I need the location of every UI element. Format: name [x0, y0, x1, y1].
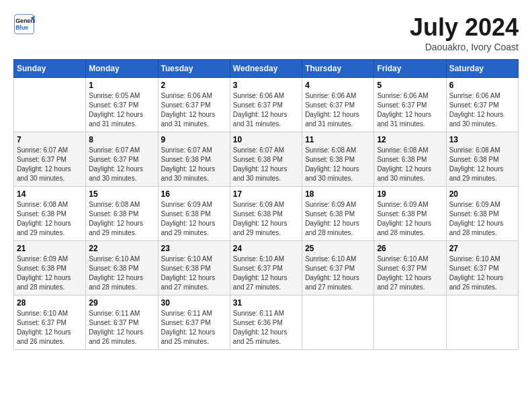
weekday-header-saturday: Saturday: [446, 60, 518, 78]
day-number: 15: [89, 189, 154, 199]
title-area: July 2024 Daouakro, Ivory Coast: [410, 13, 519, 52]
weekday-header-row: SundayMondayTuesdayWednesdayThursdayFrid…: [14, 60, 519, 78]
day-number: 6: [449, 81, 515, 90]
calendar-cell: 7Sunrise: 6:07 AMSunset: 6:37 PMDaylight…: [14, 132, 86, 187]
calendar-cell: 20Sunrise: 6:09 AMSunset: 6:38 PMDayligh…: [446, 187, 518, 241]
calendar-cell: 24Sunrise: 6:10 AMSunset: 6:37 PMDayligh…: [230, 241, 302, 295]
day-info: Sunrise: 6:07 AMSunset: 6:37 PMDaylight:…: [89, 146, 154, 183]
calendar-week-5: 28Sunrise: 6:10 AMSunset: 6:37 PMDayligh…: [14, 295, 519, 350]
day-info: Sunrise: 6:06 AMSunset: 6:37 PMDaylight:…: [233, 91, 299, 129]
weekday-header-sunday: Sunday: [14, 60, 86, 78]
calendar-cell: 26Sunrise: 6:10 AMSunset: 6:37 PMDayligh…: [374, 241, 446, 295]
weekday-header-friday: Friday: [374, 60, 446, 78]
day-number: 9: [161, 135, 227, 144]
day-info: Sunrise: 6:10 AMSunset: 6:37 PMDaylight:…: [305, 255, 371, 292]
svg-text:Blue: Blue: [15, 24, 28, 31]
calendar-cell: 11Sunrise: 6:08 AMSunset: 6:38 PMDayligh…: [302, 132, 374, 187]
calendar-cell: 23Sunrise: 6:10 AMSunset: 6:38 PMDayligh…: [158, 241, 230, 295]
day-info: Sunrise: 6:09 AMSunset: 6:38 PMDaylight:…: [449, 200, 515, 238]
day-info: Sunrise: 6:07 AMSunset: 6:38 PMDaylight:…: [233, 146, 299, 183]
calendar-cell: 27Sunrise: 6:10 AMSunset: 6:37 PMDayligh…: [446, 241, 518, 295]
day-info: Sunrise: 6:10 AMSunset: 6:38 PMDaylight:…: [161, 255, 227, 292]
day-info: Sunrise: 6:09 AMSunset: 6:38 PMDaylight:…: [377, 200, 443, 238]
day-info: Sunrise: 6:08 AMSunset: 6:38 PMDaylight:…: [377, 146, 443, 183]
day-info: Sunrise: 6:10 AMSunset: 6:37 PMDaylight:…: [449, 255, 515, 292]
weekday-header-thursday: Thursday: [302, 60, 374, 78]
calendar-cell: 13Sunrise: 6:08 AMSunset: 6:38 PMDayligh…: [446, 132, 518, 187]
day-number: 25: [305, 244, 371, 253]
day-number: 30: [161, 298, 227, 308]
calendar-cell: 14Sunrise: 6:08 AMSunset: 6:38 PMDayligh…: [14, 187, 86, 241]
day-number: 5: [377, 81, 443, 90]
day-info: Sunrise: 6:09 AMSunset: 6:38 PMDaylight:…: [17, 255, 83, 292]
day-info: Sunrise: 6:11 AMSunset: 6:37 PMDaylight:…: [161, 309, 227, 347]
calendar-week-3: 14Sunrise: 6:08 AMSunset: 6:38 PMDayligh…: [14, 187, 519, 241]
calendar-cell: 5Sunrise: 6:06 AMSunset: 6:37 PMDaylight…: [374, 78, 446, 132]
day-info: Sunrise: 6:10 AMSunset: 6:38 PMDaylight:…: [89, 255, 154, 292]
month-title: July 2024: [410, 13, 519, 42]
calendar-cell: [302, 295, 374, 350]
day-number: 11: [305, 135, 371, 144]
day-info: Sunrise: 6:08 AMSunset: 6:38 PMDaylight:…: [449, 146, 515, 183]
calendar-cell: 6Sunrise: 6:06 AMSunset: 6:37 PMDaylight…: [446, 78, 518, 132]
calendar-cell: 17Sunrise: 6:09 AMSunset: 6:38 PMDayligh…: [230, 187, 302, 241]
day-number: 26: [377, 244, 443, 253]
day-number: 21: [17, 244, 83, 253]
day-number: 7: [17, 135, 83, 144]
logo: General Blue General Blue: [13, 13, 35, 35]
calendar-cell: 15Sunrise: 6:08 AMSunset: 6:38 PMDayligh…: [86, 187, 158, 241]
day-number: 16: [161, 189, 227, 199]
day-number: 18: [305, 189, 371, 199]
calendar-cell: [14, 78, 86, 132]
calendar-cell: 10Sunrise: 6:07 AMSunset: 6:38 PMDayligh…: [230, 132, 302, 187]
day-info: Sunrise: 6:06 AMSunset: 6:37 PMDaylight:…: [161, 91, 227, 129]
weekday-header-tuesday: Tuesday: [158, 60, 230, 78]
calendar-cell: 21Sunrise: 6:09 AMSunset: 6:38 PMDayligh…: [14, 241, 86, 295]
weekday-header-monday: Monday: [86, 60, 158, 78]
calendar-cell: 8Sunrise: 6:07 AMSunset: 6:37 PMDaylight…: [86, 132, 158, 187]
location-title: Daouakro, Ivory Coast: [410, 42, 519, 52]
calendar-cell: 16Sunrise: 6:09 AMSunset: 6:38 PMDayligh…: [158, 187, 230, 241]
day-info: Sunrise: 6:08 AMSunset: 6:38 PMDaylight:…: [305, 146, 371, 183]
day-number: 14: [17, 189, 83, 199]
day-info: Sunrise: 6:05 AMSunset: 6:37 PMDaylight:…: [89, 91, 154, 129]
day-info: Sunrise: 6:08 AMSunset: 6:38 PMDaylight:…: [17, 200, 83, 238]
day-info: Sunrise: 6:10 AMSunset: 6:37 PMDaylight:…: [17, 309, 83, 347]
day-number: 27: [449, 244, 515, 253]
day-number: 4: [305, 81, 371, 90]
day-number: 22: [89, 244, 154, 253]
calendar-cell: 4Sunrise: 6:06 AMSunset: 6:37 PMDaylight…: [302, 78, 374, 132]
calendar-cell: 12Sunrise: 6:08 AMSunset: 6:38 PMDayligh…: [374, 132, 446, 187]
calendar-cell: 2Sunrise: 6:06 AMSunset: 6:37 PMDaylight…: [158, 78, 230, 132]
calendar-cell: 30Sunrise: 6:11 AMSunset: 6:37 PMDayligh…: [158, 295, 230, 350]
calendar-week-2: 7Sunrise: 6:07 AMSunset: 6:37 PMDaylight…: [14, 132, 519, 187]
calendar-cell: 19Sunrise: 6:09 AMSunset: 6:38 PMDayligh…: [374, 187, 446, 241]
day-number: 28: [17, 298, 83, 308]
calendar-cell: 18Sunrise: 6:09 AMSunset: 6:38 PMDayligh…: [302, 187, 374, 241]
day-number: 23: [161, 244, 227, 253]
day-info: Sunrise: 6:09 AMSunset: 6:38 PMDaylight:…: [233, 200, 299, 238]
day-number: 31: [233, 298, 299, 308]
logo-icon: General Blue: [13, 13, 35, 35]
day-number: 3: [233, 81, 299, 90]
day-number: 12: [377, 135, 443, 144]
day-info: Sunrise: 6:10 AMSunset: 6:37 PMDaylight:…: [233, 255, 299, 292]
day-number: 2: [161, 81, 227, 90]
day-info: Sunrise: 6:07 AMSunset: 6:37 PMDaylight:…: [17, 146, 83, 183]
day-info: Sunrise: 6:10 AMSunset: 6:37 PMDaylight:…: [377, 255, 443, 292]
day-info: Sunrise: 6:08 AMSunset: 6:38 PMDaylight:…: [89, 200, 154, 238]
day-number: 24: [233, 244, 299, 253]
calendar-cell: 29Sunrise: 6:11 AMSunset: 6:37 PMDayligh…: [86, 295, 158, 350]
calendar-cell: 31Sunrise: 6:11 AMSunset: 6:36 PMDayligh…: [230, 295, 302, 350]
calendar-cell: 9Sunrise: 6:07 AMSunset: 6:38 PMDaylight…: [158, 132, 230, 187]
day-number: 19: [377, 189, 443, 199]
calendar-week-1: 1Sunrise: 6:05 AMSunset: 6:37 PMDaylight…: [14, 78, 519, 132]
calendar-cell: 22Sunrise: 6:10 AMSunset: 6:38 PMDayligh…: [86, 241, 158, 295]
calendar-cell: 28Sunrise: 6:10 AMSunset: 6:37 PMDayligh…: [14, 295, 86, 350]
calendar-cell: [374, 295, 446, 350]
day-number: 10: [233, 135, 299, 144]
day-number: 8: [89, 135, 154, 144]
weekday-header-wednesday: Wednesday: [230, 60, 302, 78]
day-number: 1: [89, 81, 154, 90]
day-info: Sunrise: 6:09 AMSunset: 6:38 PMDaylight:…: [161, 200, 227, 238]
